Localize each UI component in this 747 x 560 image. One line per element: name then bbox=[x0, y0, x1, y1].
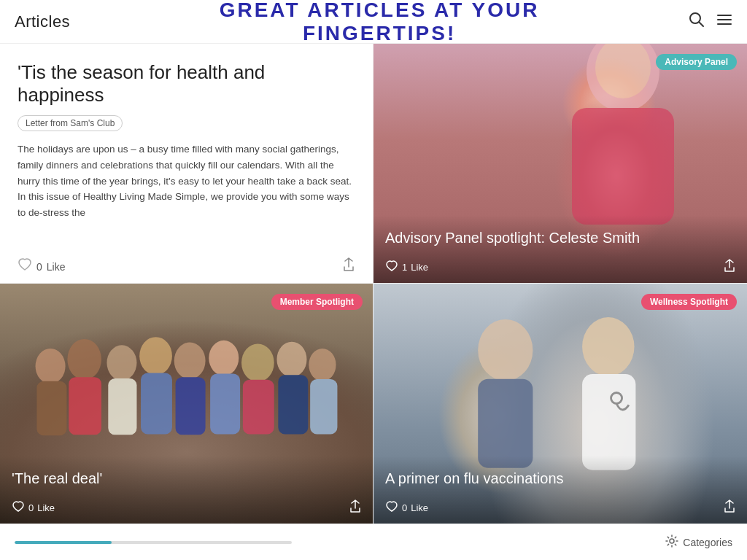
menu-icon[interactable] bbox=[716, 12, 732, 32]
svg-point-18 bbox=[209, 341, 239, 376]
heart-icon-top-left bbox=[18, 258, 32, 275]
article-card-bottom-right[interactable]: Wellness Spotlight A primer on flu vacci… bbox=[374, 284, 747, 524]
heart-icon-bottom-right bbox=[385, 501, 398, 515]
share-icon-bottom-right[interactable] bbox=[724, 499, 735, 516]
svg-rect-13 bbox=[108, 378, 136, 435]
like-button-bottom-right[interactable]: 0 Like bbox=[385, 501, 428, 515]
article-top-left: 'Tis the season for health and happiness… bbox=[0, 44, 374, 284]
svg-point-14 bbox=[139, 337, 172, 375]
badge-wellness: Wellness Spotlight bbox=[641, 294, 737, 310]
progress-fill bbox=[15, 541, 112, 544]
svg-rect-27 bbox=[478, 378, 533, 467]
like-label-top-right: Like bbox=[411, 262, 428, 273]
heart-icon-top-right bbox=[385, 260, 398, 274]
svg-rect-6 bbox=[572, 108, 674, 225]
like-button-top-right[interactable]: 1 Like bbox=[385, 260, 428, 274]
svg-point-12 bbox=[107, 345, 136, 380]
svg-point-31 bbox=[670, 539, 674, 543]
share-icon-bottom-left[interactable] bbox=[349, 499, 361, 516]
like-button-top-left[interactable]: 0 Like bbox=[18, 258, 65, 275]
svg-rect-9 bbox=[36, 381, 66, 436]
badge-member: Member Spotlight bbox=[271, 294, 363, 310]
svg-rect-17 bbox=[176, 377, 206, 435]
app-title: Articles bbox=[15, 12, 70, 31]
like-label-bottom-left: Like bbox=[37, 502, 55, 513]
like-label-top-left: Like bbox=[47, 261, 66, 273]
svg-rect-21 bbox=[243, 380, 274, 435]
svg-rect-23 bbox=[278, 375, 308, 434]
card-actions-bottom-left: 0 Like bbox=[0, 499, 373, 516]
share-icon-top-left[interactable] bbox=[342, 257, 355, 276]
like-button-bottom-left[interactable]: 0 Like bbox=[12, 501, 55, 515]
header-icons bbox=[689, 12, 732, 32]
gear-icon bbox=[665, 534, 678, 551]
tagline: GREAT ARTICLES AT YOUR FINGERTIPS! bbox=[85, 0, 674, 45]
article-card-bottom-left[interactable]: Member Spotlight 'The real deal' 0 Like bbox=[0, 284, 374, 524]
like-count-bottom-left: 0 bbox=[28, 502, 34, 513]
svg-point-16 bbox=[174, 343, 206, 379]
article-actions-top-left: 0 Like bbox=[18, 257, 355, 276]
article-tag-top-left[interactable]: Letter from Sam's Club bbox=[18, 115, 123, 131]
svg-rect-19 bbox=[210, 373, 240, 434]
header: Articles GREAT ARTICLES AT YOUR FINGERTI… bbox=[0, 0, 747, 44]
categories-label: Categories bbox=[683, 537, 732, 548]
svg-rect-25 bbox=[310, 379, 337, 435]
svg-point-26 bbox=[478, 319, 533, 381]
heart-icon-bottom-left bbox=[12, 501, 25, 515]
tagline-line2: FINGERTIPS! bbox=[85, 22, 674, 45]
progress-bar bbox=[15, 541, 292, 544]
article-title-top-left: 'Tis the season for health and happiness bbox=[18, 61, 355, 106]
like-count-top-left: 0 bbox=[36, 261, 42, 273]
footer-bar: Categories bbox=[0, 524, 747, 560]
svg-point-24 bbox=[309, 349, 336, 381]
card-actions-top-right: 1 Like bbox=[374, 259, 747, 276]
tagline-line1: GREAT ARTICLES AT YOUR bbox=[85, 0, 674, 22]
svg-point-20 bbox=[241, 343, 274, 381]
card-actions-bottom-right: 0 Like bbox=[374, 499, 747, 516]
svg-rect-15 bbox=[141, 373, 172, 435]
svg-rect-11 bbox=[69, 377, 101, 435]
like-count-bottom-right: 0 bbox=[402, 502, 407, 513]
svg-point-22 bbox=[276, 342, 306, 377]
svg-line-1 bbox=[700, 22, 704, 26]
categories-button[interactable]: Categories bbox=[665, 534, 732, 551]
share-icon-top-right[interactable] bbox=[724, 259, 735, 276]
badge-advisory: Advisory Panel bbox=[656, 54, 737, 70]
svg-point-28 bbox=[582, 317, 634, 376]
like-count-top-right: 1 bbox=[402, 262, 407, 273]
like-label-bottom-right: Like bbox=[411, 502, 428, 513]
search-icon[interactable] bbox=[689, 12, 705, 32]
article-body-top-left: The holidays are upon us – a busy time f… bbox=[18, 141, 355, 246]
svg-point-10 bbox=[67, 339, 101, 380]
svg-point-8 bbox=[36, 349, 66, 384]
article-card-top-right[interactable]: Advisory Panel Advisory Panel spotlight:… bbox=[374, 44, 747, 284]
